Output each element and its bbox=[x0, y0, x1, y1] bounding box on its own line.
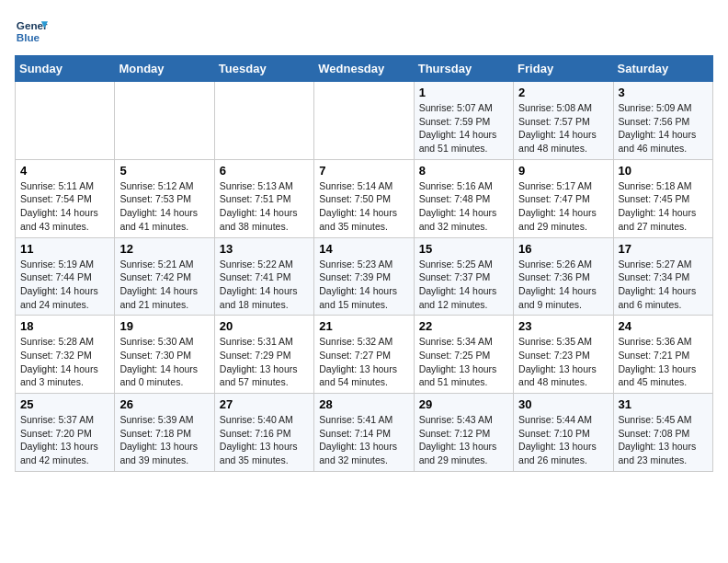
day-info: Sunrise: 5:21 AM Sunset: 7:42 PM Dayligh… bbox=[119, 258, 209, 312]
day-number: 22 bbox=[419, 319, 508, 333]
calendar-cell: 28Sunrise: 5:41 AM Sunset: 7:14 PM Dayli… bbox=[314, 394, 414, 472]
day-info: Sunrise: 5:14 AM Sunset: 7:50 PM Dayligh… bbox=[319, 179, 408, 234]
day-info: Sunrise: 5:25 AM Sunset: 7:37 PM Dayligh… bbox=[419, 258, 508, 312]
day-number: 13 bbox=[220, 242, 309, 256]
svg-text:General: General bbox=[17, 19, 48, 31]
day-info: Sunrise: 5:45 AM Sunset: 7:08 PM Dayligh… bbox=[619, 413, 708, 467]
calendar-cell: 9Sunrise: 5:17 AM Sunset: 7:47 PM Daylig… bbox=[514, 159, 613, 237]
calendar-cell: 1Sunrise: 5:07 AM Sunset: 7:59 PM Daylig… bbox=[414, 82, 513, 160]
day-info: Sunrise: 5:40 AM Sunset: 7:16 PM Dayligh… bbox=[220, 413, 309, 467]
calendar-cell: 2Sunrise: 5:08 AM Sunset: 7:57 PM Daylig… bbox=[514, 82, 613, 160]
day-header: Sunday bbox=[16, 56, 115, 82]
logo-icon: General Blue bbox=[15, 15, 48, 48]
day-info: Sunrise: 5:26 AM Sunset: 7:36 PM Dayligh… bbox=[518, 258, 608, 312]
day-info: Sunrise: 5:31 AM Sunset: 7:29 PM Dayligh… bbox=[220, 335, 309, 389]
calendar-cell: 18Sunrise: 5:28 AM Sunset: 7:32 PM Dayli… bbox=[16, 316, 115, 394]
day-info: Sunrise: 5:32 AM Sunset: 7:27 PM Dayligh… bbox=[319, 335, 408, 389]
day-number: 12 bbox=[119, 242, 209, 256]
day-number: 31 bbox=[619, 397, 708, 411]
calendar-cell: 19Sunrise: 5:30 AM Sunset: 7:30 PM Dayli… bbox=[115, 316, 214, 394]
day-number: 25 bbox=[20, 397, 109, 411]
day-number: 24 bbox=[619, 319, 708, 333]
day-number: 16 bbox=[518, 242, 608, 256]
calendar-table: SundayMondayTuesdayWednesdayThursdayFrid… bbox=[15, 55, 713, 472]
calendar-cell: 24Sunrise: 5:36 AM Sunset: 7:21 PM Dayli… bbox=[613, 316, 712, 394]
day-info: Sunrise: 5:07 AM Sunset: 7:59 PM Dayligh… bbox=[419, 101, 508, 155]
calendar-cell bbox=[214, 82, 313, 160]
calendar-week-row: 4Sunrise: 5:11 AM Sunset: 7:54 PM Daylig… bbox=[16, 159, 713, 237]
calendar-cell: 8Sunrise: 5:16 AM Sunset: 7:48 PM Daylig… bbox=[414, 159, 513, 237]
day-number: 11 bbox=[20, 242, 109, 256]
day-info: Sunrise: 5:16 AM Sunset: 7:48 PM Dayligh… bbox=[419, 179, 508, 234]
calendar-cell: 14Sunrise: 5:23 AM Sunset: 7:39 PM Dayli… bbox=[314, 237, 414, 316]
day-number: 27 bbox=[220, 397, 309, 411]
day-number: 14 bbox=[319, 242, 408, 256]
day-number: 30 bbox=[518, 397, 608, 411]
calendar-cell: 4Sunrise: 5:11 AM Sunset: 7:54 PM Daylig… bbox=[16, 159, 115, 237]
day-header: Friday bbox=[514, 56, 613, 82]
calendar-week-row: 11Sunrise: 5:19 AM Sunset: 7:44 PM Dayli… bbox=[16, 237, 713, 316]
calendar-cell: 7Sunrise: 5:14 AM Sunset: 7:50 PM Daylig… bbox=[314, 159, 414, 237]
day-info: Sunrise: 5:41 AM Sunset: 7:14 PM Dayligh… bbox=[319, 413, 408, 467]
calendar-cell: 15Sunrise: 5:25 AM Sunset: 7:37 PM Dayli… bbox=[414, 237, 513, 316]
day-info: Sunrise: 5:44 AM Sunset: 7:10 PM Dayligh… bbox=[518, 413, 608, 467]
day-info: Sunrise: 5:19 AM Sunset: 7:44 PM Dayligh… bbox=[20, 258, 109, 312]
calendar-week-row: 25Sunrise: 5:37 AM Sunset: 7:20 PM Dayli… bbox=[16, 394, 713, 472]
day-number: 9 bbox=[518, 164, 608, 178]
calendar-cell bbox=[16, 82, 115, 160]
calendar-cell: 11Sunrise: 5:19 AM Sunset: 7:44 PM Dayli… bbox=[16, 237, 115, 316]
calendar-cell: 30Sunrise: 5:44 AM Sunset: 7:10 PM Dayli… bbox=[514, 394, 613, 472]
day-header: Thursday bbox=[414, 56, 513, 82]
calendar-cell: 12Sunrise: 5:21 AM Sunset: 7:42 PM Dayli… bbox=[115, 237, 214, 316]
calendar-cell: 21Sunrise: 5:32 AM Sunset: 7:27 PM Dayli… bbox=[314, 316, 414, 394]
day-number: 28 bbox=[319, 397, 408, 411]
day-info: Sunrise: 5:08 AM Sunset: 7:57 PM Dayligh… bbox=[518, 101, 608, 155]
calendar-cell: 29Sunrise: 5:43 AM Sunset: 7:12 PM Dayli… bbox=[414, 394, 513, 472]
calendar-cell: 10Sunrise: 5:18 AM Sunset: 7:45 PM Dayli… bbox=[613, 159, 712, 237]
day-number: 5 bbox=[119, 164, 209, 178]
calendar-week-row: 18Sunrise: 5:28 AM Sunset: 7:32 PM Dayli… bbox=[16, 316, 713, 394]
day-number: 7 bbox=[319, 164, 408, 178]
day-header: Wednesday bbox=[314, 56, 414, 82]
day-info: Sunrise: 5:37 AM Sunset: 7:20 PM Dayligh… bbox=[20, 413, 109, 467]
day-info: Sunrise: 5:43 AM Sunset: 7:12 PM Dayligh… bbox=[419, 413, 508, 467]
calendar-cell: 23Sunrise: 5:35 AM Sunset: 7:23 PM Dayli… bbox=[514, 316, 613, 394]
day-number: 8 bbox=[419, 164, 508, 178]
day-info: Sunrise: 5:39 AM Sunset: 7:18 PM Dayligh… bbox=[119, 413, 209, 467]
day-number: 19 bbox=[119, 319, 209, 333]
svg-text:Blue: Blue bbox=[17, 31, 40, 43]
day-number: 17 bbox=[619, 242, 708, 256]
day-info: Sunrise: 5:12 AM Sunset: 7:53 PM Dayligh… bbox=[119, 179, 209, 234]
calendar-cell: 6Sunrise: 5:13 AM Sunset: 7:51 PM Daylig… bbox=[214, 159, 313, 237]
day-header: Saturday bbox=[613, 56, 712, 82]
calendar-cell: 27Sunrise: 5:40 AM Sunset: 7:16 PM Dayli… bbox=[214, 394, 313, 472]
calendar-week-row: 1Sunrise: 5:07 AM Sunset: 7:59 PM Daylig… bbox=[16, 82, 713, 160]
calendar-cell bbox=[314, 82, 414, 160]
day-number: 26 bbox=[119, 397, 209, 411]
day-number: 23 bbox=[518, 319, 608, 333]
logo: General Blue bbox=[15, 15, 48, 48]
day-info: Sunrise: 5:13 AM Sunset: 7:51 PM Dayligh… bbox=[220, 179, 309, 234]
day-info: Sunrise: 5:35 AM Sunset: 7:23 PM Dayligh… bbox=[518, 335, 608, 389]
day-info: Sunrise: 5:11 AM Sunset: 7:54 PM Dayligh… bbox=[20, 179, 109, 234]
calendar-cell: 31Sunrise: 5:45 AM Sunset: 7:08 PM Dayli… bbox=[613, 394, 712, 472]
day-info: Sunrise: 5:27 AM Sunset: 7:34 PM Dayligh… bbox=[619, 258, 708, 312]
day-number: 29 bbox=[419, 397, 508, 411]
day-info: Sunrise: 5:34 AM Sunset: 7:25 PM Dayligh… bbox=[419, 335, 508, 389]
day-header: Tuesday bbox=[214, 56, 313, 82]
day-info: Sunrise: 5:28 AM Sunset: 7:32 PM Dayligh… bbox=[20, 335, 109, 389]
day-number: 18 bbox=[20, 319, 109, 333]
calendar-cell: 16Sunrise: 5:26 AM Sunset: 7:36 PM Dayli… bbox=[514, 237, 613, 316]
day-number: 6 bbox=[220, 164, 309, 178]
day-number: 4 bbox=[20, 164, 109, 178]
day-info: Sunrise: 5:17 AM Sunset: 7:47 PM Dayligh… bbox=[518, 179, 608, 234]
day-number: 1 bbox=[419, 86, 508, 99]
day-number: 3 bbox=[619, 86, 708, 99]
calendar-cell: 22Sunrise: 5:34 AM Sunset: 7:25 PM Dayli… bbox=[414, 316, 513, 394]
calendar-cell: 26Sunrise: 5:39 AM Sunset: 7:18 PM Dayli… bbox=[115, 394, 214, 472]
calendar-cell: 5Sunrise: 5:12 AM Sunset: 7:53 PM Daylig… bbox=[115, 159, 214, 237]
calendar-cell: 3Sunrise: 5:09 AM Sunset: 7:56 PM Daylig… bbox=[613, 82, 712, 160]
day-info: Sunrise: 5:30 AM Sunset: 7:30 PM Dayligh… bbox=[119, 335, 209, 389]
header: General Blue bbox=[15, 15, 713, 48]
day-number: 21 bbox=[319, 319, 408, 333]
